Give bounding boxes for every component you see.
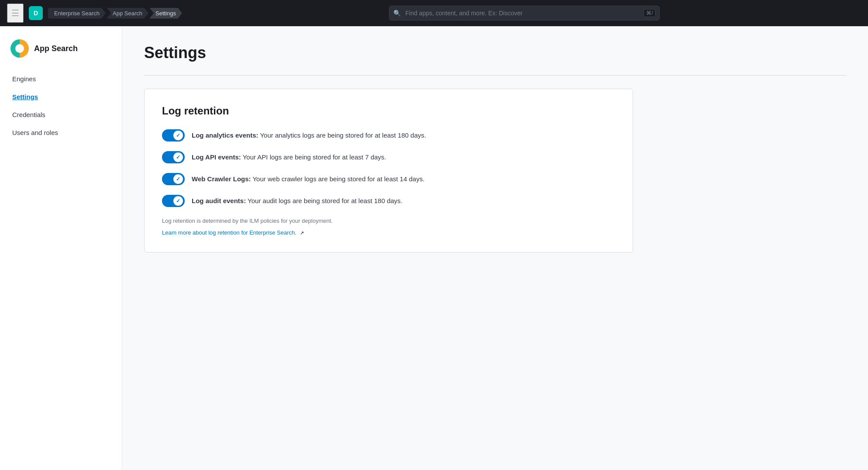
sidebar-nav: Engines Settings Credentials Users and r… xyxy=(0,71,122,141)
hamburger-button[interactable]: ☰ xyxy=(7,3,24,23)
toggle-row-api: ✓ Log API events: Your API logs are bein… xyxy=(162,151,615,163)
page-title: Settings xyxy=(144,44,846,62)
sidebar-item-users-and-roles[interactable]: Users and roles xyxy=(10,124,111,141)
app-search-logo xyxy=(10,39,29,58)
global-search: 🔍 ⌘/ xyxy=(389,6,660,21)
sidebar-header: App Search xyxy=(0,39,122,71)
breadcrumb-enterprise-search[interactable]: Enterprise Search xyxy=(48,8,106,19)
search-input[interactable] xyxy=(389,6,660,21)
toggle-row-analytics: ✓ Log analytics events: Your analytics l… xyxy=(162,129,615,142)
topbar: ☰ D Enterprise Search App Search Setting… xyxy=(0,0,868,26)
toggle-log-audit[interactable]: ✓ xyxy=(162,195,185,207)
check-icon: ✓ xyxy=(176,176,180,182)
card-note: Log retention is determined by the ILM p… xyxy=(162,217,615,226)
toggle-log-analytics[interactable]: ✓ xyxy=(162,129,185,142)
check-icon: ✓ xyxy=(176,132,180,138)
check-icon: ✓ xyxy=(176,198,180,204)
card-title: Log retention xyxy=(162,105,615,117)
user-avatar[interactable]: D xyxy=(29,6,43,20)
toggle-label-audit: Log audit events: Your audit logs are be… xyxy=(192,196,403,206)
check-icon: ✓ xyxy=(176,154,180,160)
breadcrumb: Enterprise Search App Search Settings xyxy=(48,8,183,19)
toggle-row-crawler: ✓ Web Crawler Logs: Your web crawler log… xyxy=(162,173,615,185)
breadcrumb-app-search[interactable]: App Search xyxy=(107,8,148,19)
search-icon: 🔍 xyxy=(393,10,401,17)
sidebar-item-engines[interactable]: Engines xyxy=(10,71,111,87)
main-content: Settings Log retention ✓ Log analytics e… xyxy=(122,26,868,470)
sidebar: App Search Engines Settings Credentials … xyxy=(0,26,122,470)
sidebar-title: App Search xyxy=(34,44,78,53)
divider xyxy=(144,75,846,76)
toggle-row-audit: ✓ Log audit events: Your audit logs are … xyxy=(162,195,615,207)
breadcrumb-settings[interactable]: Settings xyxy=(149,8,182,19)
toggle-label-crawler: Web Crawler Logs: Your web crawler logs … xyxy=(192,174,424,184)
logo-inner xyxy=(15,44,24,53)
search-shortcut: ⌘/ xyxy=(644,9,655,17)
layout: App Search Engines Settings Credentials … xyxy=(0,26,868,470)
sidebar-item-settings[interactable]: Settings xyxy=(10,89,111,105)
toggle-label-api: Log API events: Your API logs are being … xyxy=(192,152,386,162)
toggle-web-crawler[interactable]: ✓ xyxy=(162,173,185,185)
log-retention-card: Log retention ✓ Log analytics events: Yo… xyxy=(144,89,633,252)
toggle-log-api[interactable]: ✓ xyxy=(162,151,185,163)
toggle-label-analytics: Log analytics events: Your analytics log… xyxy=(192,131,426,141)
learn-more-link[interactable]: Learn more about log retention for Enter… xyxy=(162,229,296,236)
sidebar-item-credentials[interactable]: Credentials xyxy=(10,107,111,123)
external-link-icon: ↗ xyxy=(300,230,304,235)
